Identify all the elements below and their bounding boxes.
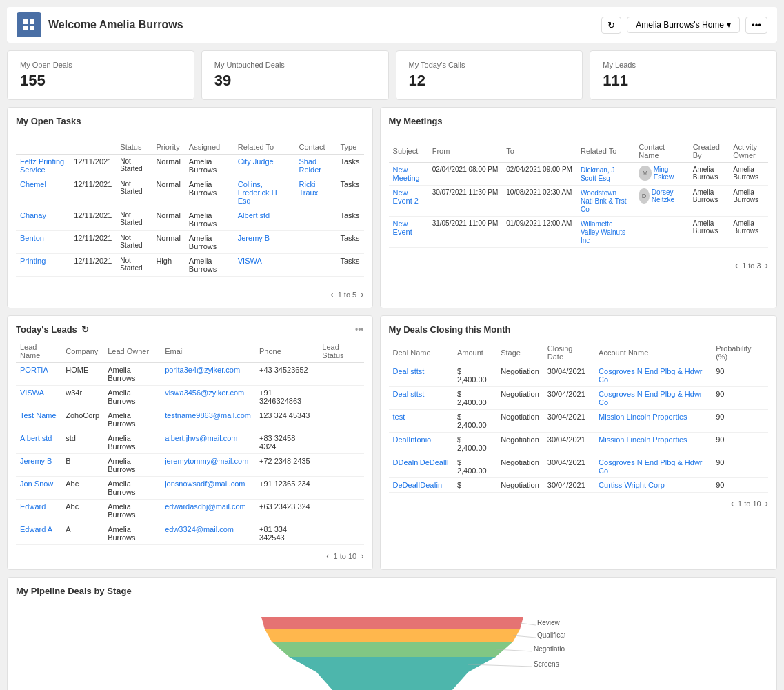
tasks-pagination: 1 to 5: [338, 290, 357, 299]
task-assigned: Amelia Burrows: [185, 155, 234, 177]
deal-name-link[interactable]: Deal sttst: [393, 390, 425, 398]
deal-name-link[interactable]: DealIntonio: [393, 435, 432, 444]
task-name-link[interactable]: Benton: [20, 234, 44, 242]
deal-probability: 90: [712, 455, 768, 478]
task-name-link[interactable]: Feltz Printing Service: [20, 157, 64, 174]
meetings-prev-btn[interactable]: ‹: [735, 260, 738, 270]
deal-probability: 90: [712, 478, 768, 493]
task-date: 12/11/2021: [70, 155, 116, 177]
col-date: [70, 140, 116, 155]
task-priority: High: [152, 254, 184, 277]
task-contact: [295, 208, 336, 231]
task-name-link[interactable]: Printing: [20, 257, 46, 265]
deal-stage: Negotiation: [496, 387, 543, 410]
svg-text:Negotiation: Negotiation: [534, 645, 565, 653]
lead-name-link[interactable]: Albert std: [20, 434, 52, 442]
lead-row: Test Name ZohoCorp Amelia Burrows testna…: [16, 408, 364, 431]
col-status: Status: [116, 140, 152, 155]
lead-row: Edward A A Amelia Burrows edw3324@mail.c…: [16, 522, 364, 545]
task-related: Jeremy B: [234, 231, 295, 254]
leads-more-icon[interactable]: •••: [355, 325, 364, 335]
deal-row: DeDealIDeaIin $ Negotiation 30/04/2021 C…: [389, 478, 768, 493]
open-deals-value: 155: [20, 72, 181, 90]
lead-phone: +83 32458 4324: [255, 431, 318, 454]
deals-title: My Deals Closing this Month: [389, 324, 768, 335]
open-deals-label: My Open Deals: [20, 61, 181, 69]
lead-status: [318, 386, 363, 408]
deal-name-link[interactable]: DDealniDeDeallI: [393, 458, 449, 466]
leads-pagination: 1 to 10: [334, 552, 357, 560]
leads-next-btn[interactable]: ›: [361, 551, 363, 561]
lead-owner: Amelia Burrows: [103, 500, 161, 522]
deal-col-prob: Probability (%): [712, 342, 768, 364]
lead-owner: Amelia Burrows: [103, 408, 161, 431]
task-name-link[interactable]: Chemel: [20, 180, 46, 188]
deal-stage: Negotiation: [496, 433, 543, 455]
deal-name-link[interactable]: test: [393, 413, 405, 421]
lead-row: VISWA w34r Amelia Burrows viswa3456@zylk…: [16, 386, 364, 408]
task-priority: Normal: [152, 208, 184, 231]
meeting-created: Amelia Burrows: [689, 163, 729, 186]
meeting-subject-link[interactable]: New Meeting: [393, 166, 420, 182]
svg-line-15: [520, 623, 536, 625]
deals-prev-btn[interactable]: ‹: [731, 498, 734, 509]
meeting-subject-link[interactable]: New Event 2: [393, 188, 419, 205]
meetings-next-btn[interactable]: ›: [765, 260, 768, 270]
deal-name-link[interactable]: DeDealIDeaIin: [393, 481, 443, 489]
lead-name-link[interactable]: Edward: [20, 502, 46, 511]
task-related: VISWA: [234, 254, 295, 277]
lead-email: jeremytommy@mail.com: [161, 454, 255, 477]
deal-amount: $ 2,400.00: [453, 410, 496, 433]
lead-name-link[interactable]: Test Name: [20, 411, 57, 420]
lead-email: testname9863@mail.com: [161, 408, 255, 431]
lead-name-link[interactable]: Jon Snow: [20, 480, 53, 488]
task-status: Not Started: [116, 155, 152, 177]
lead-phone: +63 23423 324: [255, 500, 318, 522]
tasks-prev-btn[interactable]: ‹: [330, 289, 333, 299]
meeting-subject-link[interactable]: New Event: [393, 219, 412, 236]
deal-account: Curtiss Wright Corp: [594, 478, 712, 493]
leads-prev-btn[interactable]: ‹: [326, 551, 329, 561]
svg-marker-7: [289, 657, 496, 672]
meeting-related: Woodstown Natl Bnk & Trst Co: [576, 186, 634, 217]
lead-status: [318, 431, 363, 454]
svg-text:Review: Review: [537, 619, 561, 627]
meeting-contact: DDorsey Neitzke: [634, 186, 689, 217]
home-button[interactable]: Amelia Burrows's Home ▾: [627, 17, 740, 33]
lead-email: jonsnowsadf@mail.com: [161, 477, 255, 500]
lead-status: [318, 522, 363, 545]
meeting-contact: MMing Eskew: [634, 163, 689, 186]
task-related: Albert std: [234, 208, 295, 231]
deal-account: Mission Lincoln Properties: [594, 433, 712, 455]
refresh-button[interactable]: ↻: [601, 17, 621, 34]
lead-col-name: Lead Name: [16, 340, 61, 363]
lead-row: Jeremy B B Amelia Burrows jeremytommy@ma…: [16, 454, 364, 477]
lead-status: [318, 408, 363, 431]
task-assigned: Amelia Burrows: [185, 231, 234, 254]
meeting-related: Willamette Valley Walnuts Inc: [576, 217, 634, 248]
col-priority: Priority: [152, 140, 184, 155]
task-row: Feltz Printing Service 12/11/2021 Not St…: [16, 155, 364, 177]
lead-name-link[interactable]: VISWA: [20, 388, 44, 397]
deals-next-btn[interactable]: ›: [765, 498, 768, 509]
leads-card: My Leads 111: [590, 50, 777, 100]
lead-name-link[interactable]: Jeremy B: [20, 457, 52, 465]
task-name-link[interactable]: Chanay: [20, 211, 46, 219]
lead-name-link[interactable]: Edward A: [20, 525, 52, 533]
task-row: Printing 12/11/2021 Not Started High Ame…: [16, 254, 364, 277]
deal-col-amount: Amount: [453, 342, 496, 364]
lead-name-link[interactable]: PORTIA: [20, 366, 48, 374]
refresh-leads-icon[interactable]: ↻: [81, 324, 89, 335]
todays-calls-label: My Today's Calls: [409, 61, 570, 69]
task-type: Tasks: [336, 208, 363, 231]
deal-row: Deal sttst $ 2,400.00 Negotiation 30/04/…: [389, 364, 768, 387]
svg-text:Qualification: Qualification: [537, 631, 565, 639]
tasks-next-btn[interactable]: ›: [361, 289, 363, 299]
meet-col-created: Created By: [689, 140, 729, 163]
lead-row: Jon Snow Abc Amelia Burrows jonsnowsadf@…: [16, 477, 364, 500]
more-button[interactable]: •••: [745, 17, 767, 34]
lead-owner: Amelia Burrows: [103, 522, 161, 545]
deal-name-link[interactable]: Deal sttst: [393, 367, 425, 375]
untouched-deals-card: My Untouched Deals 39: [201, 50, 389, 100]
contact-avatar: D: [639, 188, 650, 204]
